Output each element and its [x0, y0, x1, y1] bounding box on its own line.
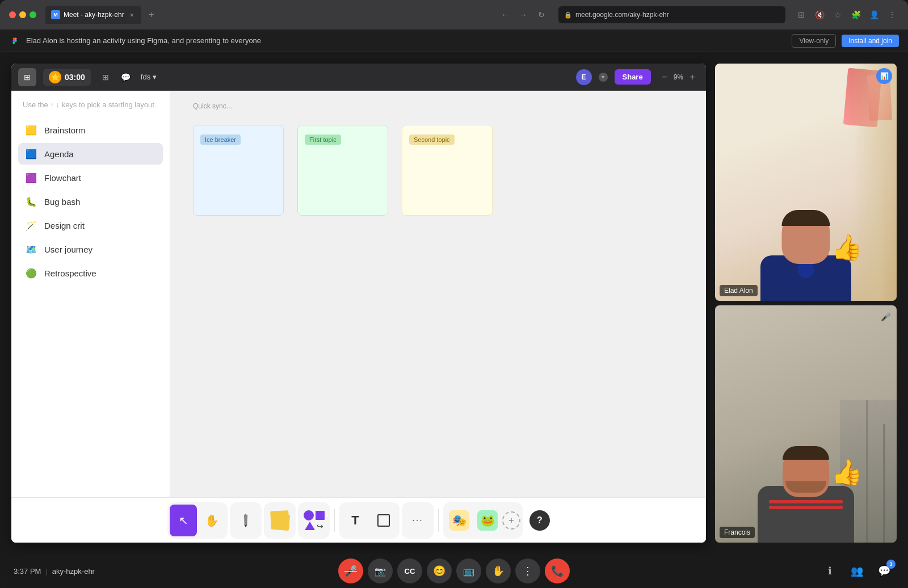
- mute-button[interactable]: 🎤: [338, 558, 363, 583]
- close-button[interactable]: [9, 11, 16, 18]
- shapes-tool-button[interactable]: ↪: [300, 505, 327, 536]
- hand-tool-button[interactable]: ✋: [198, 505, 225, 536]
- raise-hand-button[interactable]: ✋: [486, 558, 511, 583]
- figma-body: Use the ↑ ↓ keys to pick a starting layo…: [11, 91, 706, 497]
- current-time: 3:37 PM: [14, 567, 41, 576]
- lock-icon: 🔒: [564, 11, 572, 19]
- chat-button[interactable]: 💬 3: [874, 561, 894, 581]
- mute-tab-button[interactable]: 🔇: [813, 8, 826, 22]
- emoji-button[interactable]: 😊: [427, 558, 452, 583]
- active-tab[interactable]: M Meet - aky-hzpk-ehr ✕: [45, 6, 141, 24]
- tab-title: Meet - aky-hzpk-ehr: [64, 11, 124, 19]
- elad-background: 👍: [715, 64, 897, 301]
- toolbar-separator-2: [438, 509, 439, 532]
- install-join-button[interactable]: Install and join: [842, 35, 899, 47]
- url-text: meet.google.com/aky-hzpk-ehr: [575, 11, 669, 19]
- video-sidebar: 👍 Elad Alon 📊: [715, 64, 897, 543]
- francois-background: 👍: [715, 305, 897, 543]
- widget-1-button[interactable]: 🎭: [445, 505, 473, 536]
- add-widget-button[interactable]: +: [502, 511, 520, 530]
- extensions-icon[interactable]: 🧩: [849, 8, 863, 22]
- pen-tool-button[interactable]: [232, 505, 259, 536]
- refresh-button[interactable]: ↻: [533, 7, 549, 23]
- share-button[interactable]: Share: [615, 69, 651, 85]
- profile-button[interactable]: 👤: [867, 8, 881, 22]
- pen-tool-group: [230, 502, 262, 539]
- chat-badge: 3: [886, 560, 896, 569]
- bottom-controls: 🎤 📷 CC 😊 📺 ✋ ⋮: [338, 558, 570, 583]
- ice-breaker-label: Ice breaker: [200, 135, 241, 145]
- maximize-button[interactable]: [30, 11, 36, 18]
- figma-toolbar: ⊞ ⭐ 03:00 ⊞ 💬 fds ▾ E ▾ Share: [11, 64, 706, 91]
- sidebar-item-brainstorm[interactable]: 🟨 Brainstorm: [18, 119, 163, 141]
- brainstorm-icon: 🟨: [25, 124, 37, 136]
- main-content: ⊞ ⭐ 03:00 ⊞ 💬 fds ▾ E ▾ Share: [0, 52, 908, 554]
- elad-name-badge: Elad Alon: [720, 285, 758, 296]
- people-button[interactable]: 👥: [847, 561, 867, 581]
- sidebar-item-agenda[interactable]: 🟦 Agenda: [18, 143, 163, 165]
- zoom-in-button[interactable]: +: [686, 70, 699, 84]
- retro-icon: 🟢: [25, 267, 37, 279]
- more-options-button[interactable]: ⋮: [515, 558, 540, 583]
- figma-banner: Elad Alon is hosting an activity using F…: [0, 30, 908, 52]
- agenda-icon: 🟦: [25, 148, 37, 160]
- browser-toolbar: ⊞ 🔇 ☆ 🧩 👤 ⋮: [794, 8, 899, 22]
- designcrit-label: Design crit: [44, 221, 85, 230]
- title-bar: M Meet - aky-hzpk-ehr ✕ + ← → ↻ 🔒 meet.g…: [0, 0, 908, 30]
- text-tool-button[interactable]: T: [342, 505, 369, 536]
- forward-button[interactable]: →: [515, 7, 531, 23]
- bookmark-button[interactable]: ☆: [831, 8, 844, 22]
- extensions-button[interactable]: ⊞: [794, 8, 808, 22]
- camera-button[interactable]: 📷: [368, 558, 393, 583]
- more-tools-group: ···: [402, 502, 434, 539]
- present-button[interactable]: 📺: [456, 558, 481, 583]
- info-button[interactable]: ℹ: [819, 561, 840, 581]
- ice-breaker-column: Ice breaker: [193, 125, 284, 216]
- menu-button[interactable]: ⋮: [885, 8, 899, 22]
- widget-2-button[interactable]: 🐸: [474, 505, 501, 536]
- timer-text: 03:00: [65, 73, 85, 82]
- zoom-control: − 9% +: [658, 70, 699, 84]
- board-view-icon[interactable]: ⊞: [98, 69, 114, 85]
- captions-button[interactable]: CC: [397, 558, 422, 583]
- elad-audio-indicator: 📊: [876, 68, 892, 84]
- stickies-tool-button[interactable]: [266, 505, 293, 536]
- minimize-button[interactable]: [19, 11, 26, 18]
- view-only-button[interactable]: View-only: [792, 34, 836, 48]
- figma-window: ⊞ ⭐ 03:00 ⊞ 💬 fds ▾ E ▾ Share: [11, 64, 706, 543]
- flowchart-icon: 🟪: [25, 171, 37, 184]
- address-bar[interactable]: 🔒 meet.google.com/aky-hzpk-ehr: [558, 6, 785, 23]
- brainstorm-label: Brainstorm: [44, 125, 86, 135]
- sidebar-item-designcrit[interactable]: 🪄 Design crit: [18, 215, 163, 236]
- user-dropdown-button[interactable]: ▾: [599, 73, 608, 82]
- userjourney-label: User journey: [44, 245, 93, 254]
- banner-message: Elad Alon is hosting an activity using F…: [26, 36, 786, 45]
- zoom-level: 9%: [674, 73, 683, 81]
- zoom-out-button[interactable]: −: [658, 70, 671, 84]
- more-tools-button[interactable]: ···: [404, 505, 431, 536]
- first-topic-label: First topic: [305, 135, 341, 145]
- video-panel-francois: 👍 Francois 🎤: [715, 305, 897, 543]
- select-tool-button[interactable]: ↖: [170, 505, 197, 536]
- video-panel-elad: 👍 Elad Alon 📊: [715, 64, 897, 301]
- file-name[interactable]: fds ▾: [141, 73, 157, 81]
- first-topic-column: First topic: [297, 125, 388, 216]
- select-tool-group: ↖ ✋: [167, 502, 228, 539]
- sidebar-item-userjourney[interactable]: 🗺️ User journey: [18, 238, 163, 260]
- frame-tool-button[interactable]: [370, 505, 397, 536]
- panel-hint: Use the ↑ ↓ keys to pick a starting layo…: [18, 100, 163, 117]
- back-button[interactable]: ←: [497, 7, 513, 23]
- browser-window: M Meet - aky-hzpk-ehr ✕ + ← → ↻ 🔒 meet.g…: [0, 0, 908, 588]
- sidebar-item-retro[interactable]: 🟢 Retrospective: [18, 262, 163, 284]
- figma-menu-button[interactable]: ⊞: [18, 68, 36, 86]
- sidebar-item-bugbash[interactable]: 🐛 Bug bash: [18, 191, 163, 212]
- nav-buttons: ← → ↻: [497, 7, 549, 23]
- francois-mute-indicator: 🎤: [878, 310, 892, 324]
- comment-icon[interactable]: 💬: [118, 69, 134, 85]
- sidebar-item-flowchart[interactable]: 🟪 Flowchart: [18, 167, 163, 188]
- help-button[interactable]: ?: [529, 510, 550, 531]
- end-call-button[interactable]: 📞: [545, 558, 570, 583]
- new-tab-button[interactable]: +: [144, 7, 159, 23]
- tab-close-button[interactable]: ✕: [128, 11, 136, 19]
- canvas-area[interactable]: Quick sync... Ice breaker First topic Se…: [170, 91, 706, 497]
